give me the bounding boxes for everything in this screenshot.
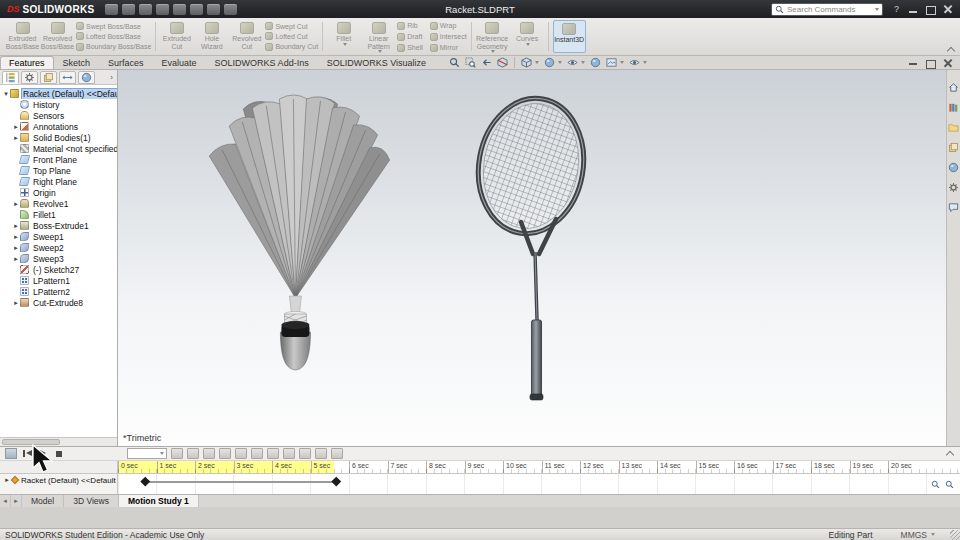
search-dropdown-icon[interactable] (875, 8, 879, 11)
extruded-boss-base-button[interactable]: Extruded Boss/Base (6, 20, 39, 53)
dropdown-caret-icon[interactable] (160, 452, 164, 455)
tree-item-material-not-specified[interactable]: Material <not specified> (0, 143, 117, 154)
collapse-ribbon-icon[interactable] (947, 46, 955, 52)
motor-icon[interactable] (235, 448, 247, 459)
maximize-button[interactable] (922, 2, 939, 17)
panel-tab-displaymanager[interactable] (78, 71, 95, 84)
tab-scroll-left-icon[interactable]: ◂ (0, 495, 11, 507)
model-shuttlecock[interactable] (209, 95, 389, 370)
motion-tree-item-racket[interactable]: ▸ Racket (Default) <<Default (0, 474, 117, 486)
expand-arrow-icon[interactable]: ▸ (12, 255, 20, 263)
filter-drive-icon[interactable] (331, 448, 343, 459)
timeline-key[interactable] (331, 477, 340, 486)
timeline-track[interactable] (118, 474, 960, 494)
view-settings-icon[interactable] (628, 57, 648, 68)
doc-minimize-button[interactable] (905, 56, 922, 69)
expand-arrow-icon[interactable]: ▸ (12, 123, 20, 131)
boundary-cut-button[interactable]: Boundary Cut (265, 42, 318, 52)
panel-tab-dimxpertmanager[interactable] (59, 71, 76, 84)
expand-arrow-icon[interactable]: ▸ (12, 200, 20, 208)
calculate-icon[interactable] (5, 448, 17, 459)
save-icon[interactable] (139, 4, 152, 15)
doc-tab-3d-views[interactable]: 3D Views (64, 495, 119, 507)
tree-item-solid-bodies-1[interactable]: ▸Solid Bodies(1) (0, 132, 117, 143)
section-view-icon[interactable] (496, 57, 509, 68)
rib-button[interactable]: Rib (397, 20, 423, 31)
tab-solidworks-add-ins[interactable]: SOLIDWORKS Add-Ins (206, 56, 318, 69)
custom-properties-icon[interactable] (948, 182, 959, 195)
tree-item-top-plane[interactable]: Top Plane (0, 165, 117, 176)
revolved-boss-base-button[interactable]: Revolved Boss/Base (41, 20, 74, 53)
stop-icon[interactable] (53, 448, 65, 459)
tree-item-right-plane[interactable]: Right Plane (0, 176, 117, 187)
tree-item-sweep3[interactable]: ▸Sweep3 (0, 253, 117, 264)
dropdown-caret-icon[interactable] (378, 50, 382, 53)
lofted-boss-base-button[interactable]: Lofted Boss/Base (76, 31, 151, 41)
display-style-icon[interactable] (543, 57, 563, 68)
dropdown-caret-icon[interactable] (491, 50, 495, 53)
zoom-fit-icon[interactable] (448, 57, 461, 68)
tree-item-sketch27[interactable]: (-) Sketch27 (0, 264, 117, 275)
revolved-cut-button[interactable]: Revolved Cut (230, 20, 263, 53)
tab-surfaces[interactable]: Surfaces (99, 56, 153, 69)
tree-item-revolve1[interactable]: ▸Revolve1 (0, 198, 117, 209)
resize-grip[interactable] (950, 530, 960, 540)
expand-arrow-icon[interactable]: ▾ (2, 90, 10, 98)
tree-item-cut-extrude8[interactable]: ▸Cut-Extrude8 (0, 297, 117, 308)
lofted-cut-button[interactable]: Lofted Cut (265, 31, 318, 41)
contact-icon[interactable] (267, 448, 279, 459)
timeline-zoom-in-icon[interactable] (945, 480, 954, 491)
apply-scene-icon[interactable] (605, 57, 625, 68)
timeline-key[interactable] (141, 477, 150, 486)
mirror-button[interactable]: Mirror (430, 42, 467, 53)
appearances-icon[interactable] (948, 162, 959, 175)
fillet-button[interactable]: Fillet (327, 20, 360, 53)
swept-boss-base-button[interactable]: Swept Boss/Base (76, 21, 151, 31)
edit-appearance-icon[interactable] (589, 57, 602, 68)
doc-tab-model[interactable]: Model (22, 495, 64, 507)
collapse-motionmanager-icon[interactable] (946, 450, 955, 457)
redo-icon[interactable] (190, 4, 203, 15)
tree-item-lpattern1[interactable]: LPattern1 (0, 275, 117, 286)
linear-pattern-button[interactable]: Linear Pattern (362, 20, 395, 53)
minimize-button[interactable] (905, 2, 922, 17)
playback-speed-select[interactable] (127, 448, 167, 459)
draft-button[interactable]: Draft (397, 31, 423, 42)
expand-arrow-icon[interactable]: ▸ (12, 299, 20, 307)
extruded-cut-button[interactable]: Extruded Cut (160, 20, 193, 53)
tree-item-front-plane[interactable]: Front Plane (0, 154, 117, 165)
zoom-area-icon[interactable] (464, 57, 477, 68)
tree-item-lpattern2[interactable]: LPattern2 (0, 286, 117, 297)
dropdown-caret-icon[interactable] (343, 43, 347, 46)
tab-solidworks-visualize[interactable]: SOLIDWORKS Visualize (318, 56, 435, 69)
view-palette-icon[interactable] (948, 142, 959, 155)
reference-geometry-button[interactable]: Reference Geometry (476, 20, 509, 53)
print-icon[interactable] (156, 4, 169, 15)
dropdown-caret-icon[interactable] (620, 61, 624, 64)
help-button[interactable] (888, 2, 905, 17)
previous-view-icon[interactable] (480, 57, 493, 68)
tab-evaluate[interactable]: Evaluate (153, 56, 206, 69)
results-icon[interactable] (299, 448, 311, 459)
options-icon[interactable] (224, 4, 237, 15)
boundary-boss-base-button[interactable]: Boundary Boss/Base (76, 42, 151, 52)
intersect-button[interactable]: Intersect (430, 31, 467, 42)
tree-item-racket-default-default-displ[interactable]: ▾Racket (Default) <<Default>_Displ (0, 88, 117, 99)
jump-to-start-icon[interactable] (21, 448, 33, 459)
tab-sketch[interactable]: Sketch (54, 56, 100, 69)
design-library-icon[interactable] (948, 102, 959, 115)
tree-item-boss-extrude1[interactable]: ▸Boss-Extrude1 (0, 220, 117, 231)
panel-tab-featuremanager[interactable] (2, 71, 19, 84)
timeline-ruler-scale[interactable]: 0 sec1 sec2 sec3 sec4 sec5 sec6 sec7 sec… (118, 461, 960, 473)
doc-maximize-button[interactable] (922, 56, 939, 69)
play-icon[interactable] (37, 448, 49, 459)
home-icon[interactable] (948, 82, 959, 95)
open-icon[interactable] (122, 4, 135, 15)
new-icon[interactable] (105, 4, 118, 15)
forum-icon[interactable] (948, 202, 959, 215)
view-orientation-icon[interactable] (520, 57, 540, 68)
dropdown-caret-icon[interactable] (535, 61, 539, 64)
tree-item-sweep1[interactable]: ▸Sweep1 (0, 231, 117, 242)
expand-arrow-icon[interactable]: ▸ (12, 134, 20, 142)
model-racket[interactable] (468, 90, 594, 400)
